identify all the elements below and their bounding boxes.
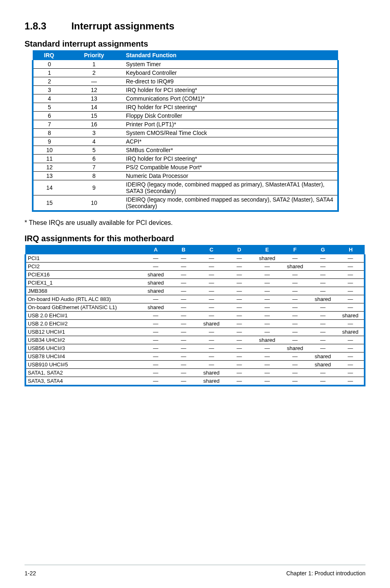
table-cell: shared — [253, 336, 281, 344]
table-row: JMB368shared——————— — [25, 287, 365, 295]
table-row: PCI2—————shared—— — [25, 263, 365, 271]
table-cell: — — [225, 369, 253, 377]
table-cell: USB910 UHCI#5 — [25, 361, 142, 369]
table-cell: shared — [197, 369, 225, 377]
table-cell: IRQ holder for PCI steering* — [123, 86, 338, 94]
table-cell: — — [142, 295, 170, 303]
table-cell: — — [253, 361, 281, 369]
table-cell: 0 — [33, 60, 65, 69]
table-cell: — — [309, 279, 337, 287]
table-cell: — — [253, 303, 281, 312]
table-cell: SATA1, SATA2 — [25, 369, 142, 377]
table-cell: PCI2 — [25, 263, 142, 271]
table-row: 01System Timer — [33, 60, 338, 69]
table-row: On-board GbEthernet (ATTANSIC L1)shared—… — [25, 303, 365, 312]
table-row: PCI1————shared——— — [25, 254, 365, 263]
table-cell: — — [170, 271, 197, 279]
table-row: USB12 UHCI#1———————shared — [25, 328, 365, 336]
table-cell: System CMOS/Real Time Clock — [123, 129, 338, 137]
table-cell: 16 — [65, 120, 123, 129]
table-cell: — — [309, 377, 337, 386]
table-cell: — — [170, 303, 197, 312]
table-cell: — — [253, 328, 281, 336]
table-cell: — — [142, 263, 170, 271]
table-cell: — — [281, 287, 309, 295]
standard-interrupt-table: IRQ Priority Standard Function 01System … — [25, 50, 365, 212]
table-cell: — — [197, 352, 225, 361]
table-cell: 6 — [33, 112, 65, 120]
table-cell: 13 — [65, 94, 123, 103]
table-cell: 14 — [33, 180, 65, 195]
table-cell: Floppy Disk Controller — [123, 112, 338, 120]
table-cell: PCI1 — [25, 254, 142, 263]
table-cell: 14 — [65, 103, 123, 112]
table-cell: 1 — [33, 69, 65, 77]
table-cell: shared — [142, 303, 170, 312]
th-d: D — [225, 245, 253, 254]
table-row: 138Numeric Data Processor — [33, 172, 338, 180]
section-title: Interrupt assignments — [71, 20, 174, 32]
table-cell: — — [253, 352, 281, 361]
table-cell: — — [281, 361, 309, 369]
table-cell: shared — [281, 344, 309, 352]
footer-divider — [25, 565, 365, 565]
table-row: 413Communications Port (COM1)* — [33, 94, 338, 103]
table-cell: — — [225, 295, 253, 303]
table-cell: USB 2.0 EHCI#2 — [25, 320, 142, 328]
table-header-row: A B C D E F G H — [25, 245, 365, 254]
table-cell: USB 2.0 EHCI#1 — [25, 312, 142, 320]
th-irq: IRQ — [33, 50, 65, 60]
table-cell: 1 — [65, 60, 123, 69]
table-cell: — — [142, 312, 170, 320]
table-cell: — — [197, 303, 225, 312]
table-cell: USB56 UHCI#3 — [25, 344, 142, 352]
table-cell: — — [170, 344, 197, 352]
table-row: 83System CMOS/Real Time Clock — [33, 129, 338, 137]
irq-assignments-table: A B C D E F G H PCI1————shared———PCI2———… — [25, 245, 365, 386]
table-cell: — — [309, 287, 337, 295]
table-cell: On-board GbEthernet (ATTANSIC L1) — [25, 303, 142, 312]
table-cell: shared — [197, 320, 225, 328]
table-cell: shared — [337, 328, 365, 336]
table-cell: — — [197, 295, 225, 303]
table-cell: — — [142, 377, 170, 386]
table-cell: 8 — [65, 172, 123, 180]
table-cell: 9 — [33, 137, 65, 146]
table-cell: — — [281, 328, 309, 336]
table-cell: — — [225, 336, 253, 344]
table-cell: — — [197, 263, 225, 271]
table-cell: — — [281, 320, 309, 328]
table-cell: — — [281, 254, 309, 263]
table-row: SATA3, SATA4——shared————— — [25, 377, 365, 386]
table-cell: 12 — [65, 86, 123, 94]
th-blank — [25, 245, 142, 254]
table-cell: — — [225, 312, 253, 320]
table-row: USB56 UHCI#3—————shared—— — [25, 344, 365, 352]
table-cell: 15 — [65, 112, 123, 120]
table-row: 127PS/2 Compatible Mouse Port* — [33, 163, 338, 172]
table-row: PCIEX16shared——————— — [25, 271, 365, 279]
table-cell: — — [225, 271, 253, 279]
table-cell: — — [337, 344, 365, 352]
table-cell: 10 — [65, 195, 123, 211]
table-cell: shared — [142, 287, 170, 295]
table-cell: — — [281, 279, 309, 287]
table-cell: 11 — [33, 155, 65, 163]
table-row: 312IRQ holder for PCI steering* — [33, 86, 338, 94]
table-cell: — — [309, 303, 337, 312]
table-cell: — — [253, 279, 281, 287]
table-cell: Numeric Data Processor — [123, 172, 338, 180]
table-cell: 13 — [33, 172, 65, 180]
table-cell: — — [309, 254, 337, 263]
page-footer: 1-22 Chapter 1: Product introduction — [25, 570, 365, 577]
table-cell: — — [197, 344, 225, 352]
table-cell: — — [253, 295, 281, 303]
table-cell: — — [281, 369, 309, 377]
table-cell: — — [142, 254, 170, 263]
table-cell: shared — [197, 377, 225, 386]
table-cell: — — [281, 271, 309, 279]
table-cell: 7 — [65, 163, 123, 172]
table-row: PCIEX1_1shared——————— — [25, 279, 365, 287]
table-cell: — — [142, 336, 170, 344]
table-cell: shared — [281, 263, 309, 271]
